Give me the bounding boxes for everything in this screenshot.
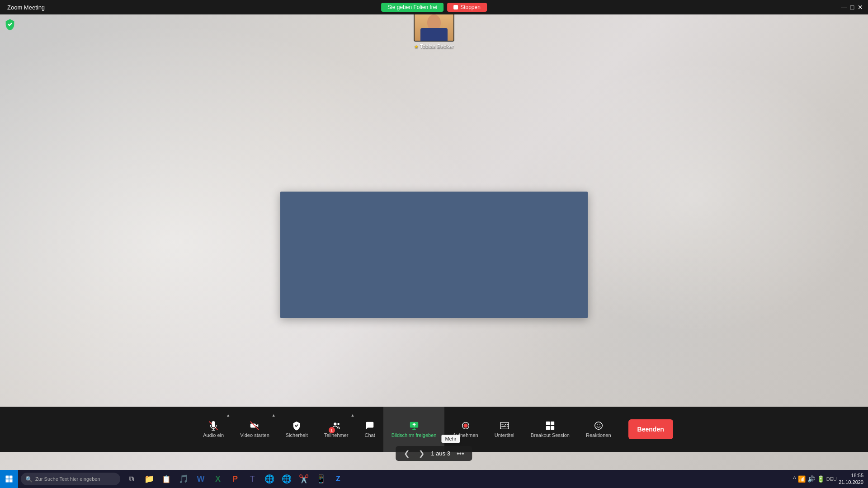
participant-video-thumbnail: ★ Tobias Becker — [414, 14, 454, 50]
meeting-toolbar: ▲ Audio ein ▲ — [0, 407, 868, 452]
svg-point-5 — [334, 422, 336, 425]
svg-point-8 — [463, 423, 467, 427]
toolbar-breakout[interactable]: Breakout Session — [523, 407, 578, 452]
start-button[interactable] — [0, 470, 18, 488]
taskbar-app-edge[interactable]: 🌐 — [278, 471, 295, 487]
chat-icon — [365, 421, 375, 431]
slide-navigation: ❮ ❯ 1 aus 3 ••• — [396, 446, 472, 461]
untertitel-icon: CC — [500, 421, 509, 431]
svg-rect-14 — [546, 426, 550, 430]
video-thumbnail — [414, 14, 454, 42]
teilnehmer-label: Teilnehmer — [324, 432, 349, 438]
toolbar-reaktionen[interactable]: Reaktionen — [578, 407, 619, 452]
svg-rect-15 — [551, 426, 554, 430]
tray-network: 📶 — [798, 475, 806, 483]
reaktionen-icon — [594, 421, 604, 431]
toolbar-untertitel[interactable]: CC Untertitel — [486, 407, 523, 452]
breakout-label: Breakout Session — [531, 432, 570, 438]
video-chevron: ▲ — [272, 413, 276, 418]
toolbar-sicherheit[interactable]: Sicherheit — [278, 407, 316, 452]
taskbar-app-zoom[interactable]: Z — [330, 471, 346, 487]
security-badge — [4, 18, 16, 31]
taskbar-search-input[interactable] — [35, 476, 116, 482]
beenden-button[interactable]: Beenden — [628, 419, 673, 439]
sicherheit-icon — [292, 421, 302, 431]
window-title: Zoom Meeting — [7, 4, 45, 11]
taskbar-apps: 📁 📋 🎵 W X P T 🌐 🌐 ✂️ 📱 Z — [139, 471, 788, 487]
taskbar-search[interactable]: 🔍 — [21, 473, 120, 485]
breakout-icon — [545, 421, 555, 431]
slide-next-button[interactable]: ❯ — [416, 448, 427, 459]
tray-chevron[interactable]: ^ — [793, 475, 796, 483]
svg-rect-19 — [6, 476, 9, 479]
bildschirm-icon — [409, 421, 419, 431]
svg-rect-21 — [6, 479, 9, 483]
bildschirm-label: Bildschirm freigeben — [392, 432, 437, 438]
video-icon — [250, 421, 259, 431]
untertitel-label: Untertitel — [495, 432, 514, 438]
taskbar-app-taskbar[interactable]: 📋 — [158, 471, 175, 487]
sicherheit-label: Sicherheit — [286, 432, 308, 438]
slide-prev-button[interactable]: ❮ — [401, 448, 412, 459]
participant-avatar — [415, 14, 453, 41]
taskbar-app-explorer[interactable]: 📁 — [141, 471, 157, 487]
participant-name: ★ Tobias Becker — [414, 43, 454, 50]
taskbar-app-snip[interactable]: ✂️ — [296, 471, 312, 487]
main-video-area: ★ Tobias Becker ❮ ❯ 1 aus 3 ••• Mehr — [0, 14, 868, 470]
stop-share-button[interactable]: Stoppen — [447, 3, 487, 12]
minimize-button[interactable]: — — [841, 4, 847, 10]
svg-text:CC: CC — [505, 424, 509, 427]
slide-count: 1 aus 3 — [431, 450, 450, 457]
video-label: Video starten — [240, 432, 269, 438]
svg-point-17 — [597, 424, 598, 425]
system-tray: ^ 📶 🔊 🔋 DEU 18:55 21.10.2020 — [788, 472, 868, 486]
slide-more-button[interactable]: ••• — [454, 449, 467, 459]
tray-volume: 🔊 — [807, 475, 815, 483]
slide-content — [280, 192, 588, 318]
toolbar-bildschirm[interactable]: Bildschirm freigeben — [383, 407, 445, 452]
svg-point-6 — [337, 423, 340, 425]
taskbar-app-word[interactable]: W — [193, 471, 209, 487]
tray-lang: DEU — [826, 476, 837, 482]
taskbar-app-teams[interactable]: T — [244, 471, 260, 487]
audio-icon — [208, 421, 218, 431]
taskbar-clock: 18:55 21.10.2020 — [839, 472, 863, 486]
slide-background: ★ Tobias Becker ❮ ❯ 1 aus 3 ••• Mehr — [0, 14, 868, 470]
title-bar: Zoom Meeting Sie geben Folien frei Stopp… — [0, 0, 868, 14]
svg-point-16 — [595, 422, 603, 430]
close-button[interactable]: ✕ — [857, 4, 863, 10]
audio-label: Audio ein — [203, 432, 224, 438]
maximize-button[interactable]: □ — [849, 4, 855, 10]
presentation-area: ★ Tobias Becker ❮ ❯ 1 aus 3 ••• Mehr — [0, 14, 868, 470]
tray-battery: 🔋 — [817, 475, 825, 483]
svg-rect-22 — [9, 479, 13, 483]
toolbar-aufnehmen[interactable]: Aufnehmen — [444, 407, 486, 452]
toolbar-video[interactable]: ▲ Video starten — [232, 407, 278, 452]
windows-taskbar: 🔍 ⧉ 📁 📋 🎵 W X P T 🌐 🌐 ✂️ 📱 Z ^ 📶 🔊 🔋 DEU… — [0, 470, 868, 488]
svg-rect-13 — [551, 422, 554, 425]
toolbar-teilnehmer[interactable]: ▲ 1 Teilnehmer — [316, 407, 357, 452]
svg-point-18 — [599, 424, 600, 425]
taskbar-app-powerpoint[interactable]: P — [227, 471, 243, 487]
share-status-button[interactable]: Sie geben Folien frei — [381, 3, 443, 12]
aufnehmen-icon — [461, 421, 471, 431]
taskbar-app-excel[interactable]: X — [210, 471, 226, 487]
teilnehmer-chevron: ▲ — [351, 413, 355, 418]
toolbar-audio[interactable]: ▲ Audio ein — [195, 407, 232, 452]
task-view-button[interactable]: ⧉ — [123, 470, 139, 488]
taskbar-app-chrome[interactable]: 🌐 — [261, 471, 278, 487]
svg-rect-12 — [546, 422, 550, 425]
teilnehmer-badge: 1 — [329, 427, 335, 433]
taskbar-app-spotify[interactable]: 🎵 — [175, 471, 192, 487]
chat-label: Chat — [365, 432, 375, 438]
host-star-icon: ★ — [414, 44, 419, 50]
toolbar-chat[interactable]: Chat — [357, 407, 383, 452]
audio-chevron: ▲ — [226, 413, 230, 418]
taskbar-app-phone[interactable]: 📱 — [313, 471, 329, 487]
reaktionen-label: Reaktionen — [586, 432, 611, 438]
teilnehmer-icon: 1 — [331, 421, 341, 431]
svg-rect-20 — [9, 476, 13, 479]
mehr-tooltip: Mehr — [441, 435, 460, 443]
